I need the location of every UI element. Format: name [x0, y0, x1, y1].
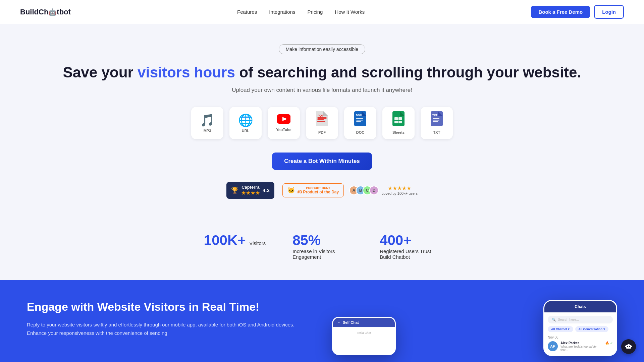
file-icon-mp3: 🎵 MP3 [191, 107, 223, 139]
chat-placeholder: Tesla Chat [336, 330, 392, 336]
svg-rect-18 [433, 118, 439, 119]
floating-bot-button[interactable] [621, 339, 636, 354]
filter-chatbot: All Chatbot ▾ [548, 326, 573, 332]
chat-preview-alex: What are Tesla's top safety feat... [560, 345, 602, 352]
svg-text:TXT: TXT [432, 114, 437, 117]
hero-section: Make information easily accessible Save … [0, 24, 644, 232]
youtube-icon [277, 114, 290, 126]
book-demo-button[interactable]: Book a Free Demo [531, 6, 590, 18]
bot-icon [625, 343, 633, 351]
chat-avatar-alex: AP [548, 341, 558, 351]
svg-rect-15 [394, 121, 398, 123]
phone-mockup-area: Chats 🔍 Search here... All Chatbot ▾ All… [332, 300, 617, 362]
search-icon: 🔍 [552, 318, 556, 321]
svg-point-24 [629, 346, 630, 347]
chat-name-alex: Alex Parker [560, 341, 602, 345]
svg-point-23 [627, 346, 628, 347]
engage-text: Reply to your website visitors swiftly a… [27, 320, 312, 338]
svg-rect-27 [625, 346, 626, 347]
back-arrow-icon: ← [337, 320, 341, 324]
self-chat-label: Self Chat [343, 320, 359, 324]
svg-rect-20 [433, 121, 438, 122]
nav-pricing[interactable]: Pricing [308, 9, 323, 15]
mp3-label: MP3 [204, 129, 211, 133]
nav-integrations[interactable]: Integrations [269, 9, 295, 15]
search-placeholder: Search here... [558, 318, 579, 321]
capterra-label: Capterra [241, 185, 260, 190]
capterra-icon: 🏆 [231, 187, 238, 194]
product-hunt-badge: 🐱 PRODUCT HUNT #3 Product of the Day [282, 183, 344, 197]
logo-text: BuildCh🤖tbot [20, 8, 71, 16]
stat-visitors: 100K+ Visitors [204, 232, 266, 260]
login-button[interactable]: Login [594, 5, 624, 19]
url-icon: 🌐 [238, 113, 253, 127]
engage-section: Engage with Website Visitors in Real Tim… [0, 280, 644, 362]
doc-label: DOC [356, 130, 364, 134]
phone-inner-header: ← Self Chat [333, 318, 395, 327]
svg-rect-5 [317, 121, 325, 122]
svg-rect-13 [394, 117, 398, 120]
check-icon: ✓ [610, 341, 613, 345]
pdf-icon: PDF [316, 111, 328, 129]
sheets-icon [392, 111, 405, 129]
phone-filters: All Chatbot ▾ All Conversation ▾ [548, 326, 613, 332]
phone-inner: ← Self Chat Tesla Chat [332, 317, 396, 355]
fire-emoji: 🔥 [605, 341, 609, 345]
pdf-label: PDF [318, 130, 326, 134]
capterra-badge: 🏆 Capterra ★★★★ 4.2 [226, 182, 274, 199]
url-label: URL [242, 129, 250, 133]
nav-how-it-works[interactable]: How It Works [335, 9, 365, 15]
stats-section: 100K+ Visitors 85% Increase in Visitors … [0, 232, 644, 280]
file-icon-sheets: Sheets [382, 107, 415, 139]
sheets-label: Sheets [392, 130, 405, 134]
nav-features[interactable]: Features [237, 9, 257, 15]
chat-info-alex: Alex Parker What are Tesla's top safety … [560, 341, 602, 352]
svg-text:DOC: DOC [356, 114, 362, 117]
users-stars: ★★★★★ [381, 185, 418, 191]
mp3-icon: 🎵 [200, 113, 215, 127]
txt-label: TXT [433, 130, 440, 134]
file-icon-youtube: YouTube [268, 107, 300, 139]
logo: BuildCh🤖tbot [20, 8, 71, 16]
avatar-group: A B C D [352, 186, 379, 195]
avatar-4: D [369, 186, 379, 195]
navbar: BuildCh🤖tbot Features Integrations Prici… [0, 0, 644, 24]
phone-inner-body: Tesla Chat [333, 327, 395, 354]
stat-engagement-number: 85% [292, 232, 321, 248]
create-bot-button[interactable]: Create a Bot Within Minutes [272, 153, 372, 170]
hero-title-highlight: visitors hours [138, 64, 235, 80]
file-icon-txt: TXT TXT [421, 107, 453, 139]
ph-rank: #3 Product of the Day [298, 190, 339, 194]
engage-content: Engage with Website Visitors in Real Tim… [27, 300, 312, 338]
svg-rect-19 [433, 120, 439, 121]
hero-badge: Make information easily accessible [279, 44, 365, 54]
hero-title: Save your visitors hours of searching an… [13, 64, 631, 81]
stat-visitors-number: 100K+ [204, 232, 246, 248]
users-label: Loved by 100k+ users [381, 191, 418, 195]
stat-users-label: Registered Users Trust Build Chatbot [380, 248, 440, 260]
chat-item-alex: AP Alex Parker What are Tesla's top safe… [548, 341, 613, 352]
svg-rect-3 [317, 117, 327, 119]
ph-label: PRODUCT HUNT [298, 186, 339, 190]
stat-engagement: 85% Increase in Visitors Engagement [292, 232, 353, 260]
ph-icon: 🐱 [287, 187, 295, 194]
svg-text:PDF: PDF [318, 114, 324, 117]
youtube-label: YouTube [276, 128, 291, 132]
filter-conversation: All Conversation ▾ [575, 326, 608, 332]
phone-outer-header: Chats [544, 301, 616, 312]
phone-outer: Chats 🔍 Search here... All Chatbot ▾ All… [543, 300, 617, 356]
chat-status-alex: 🔥 ✓ [605, 341, 613, 345]
phone-search: 🔍 Search here... [548, 316, 613, 323]
users-badge: A B C D ★★★★★ Loved by 100k+ users [352, 185, 418, 195]
hero-title-before: Save your [63, 64, 138, 80]
svg-rect-8 [356, 118, 363, 119]
svg-rect-10 [356, 121, 361, 122]
nav-links: Features Integrations Pricing How It Wor… [237, 9, 365, 15]
hero-title-after: of searching and scrolling through your … [235, 64, 581, 80]
svg-rect-4 [317, 119, 324, 120]
stat-visitors-label: Visitors [249, 240, 266, 246]
file-icon-doc: DOC DOC [344, 107, 376, 139]
svg-rect-22 [626, 345, 631, 349]
capterra-stars: ★★★★ [241, 190, 260, 196]
svg-rect-16 [398, 121, 402, 123]
